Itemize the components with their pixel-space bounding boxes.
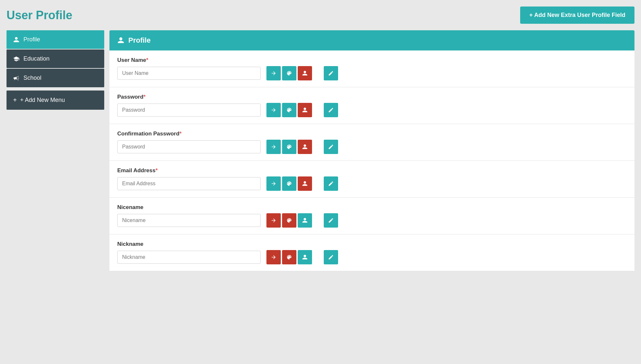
- email-palette-btn[interactable]: [282, 176, 296, 191]
- required-star-email: *: [155, 167, 158, 174]
- palette-icon-5: [286, 217, 292, 223]
- sidebar-label-profile: Profile: [23, 36, 40, 43]
- panel-header: Profile: [109, 30, 634, 50]
- user-btn-icon: [302, 70, 308, 76]
- field-label-username: User Name*: [117, 57, 627, 63]
- add-menu-icon: +: [13, 96, 17, 104]
- edit-icon-5: [328, 217, 334, 223]
- confirm-palette-btn[interactable]: [282, 140, 296, 154]
- password-palette-btn[interactable]: [282, 103, 296, 117]
- user-btn-icon-3: [302, 144, 308, 150]
- field-controls-nickname: [117, 250, 627, 264]
- password-input[interactable]: [117, 104, 261, 117]
- add-new-menu-button[interactable]: + + Add New Menu: [7, 91, 104, 110]
- btn-group-confirm-password: [266, 140, 312, 154]
- field-label-nickname: Nickname: [117, 241, 627, 247]
- megaphone-icon: [13, 75, 20, 81]
- nicename-arrow-btn[interactable]: [266, 213, 281, 228]
- username-input[interactable]: [117, 67, 261, 80]
- email-user-btn[interactable]: [298, 176, 312, 191]
- field-label-email: Email Address*: [117, 167, 627, 174]
- user-btn-icon-6: [302, 254, 308, 260]
- user-btn-icon-4: [302, 181, 308, 187]
- palette-icon-6: [286, 254, 292, 260]
- nicename-edit-btn[interactable]: [324, 213, 338, 228]
- add-menu-label: + Add New Menu: [20, 97, 65, 104]
- field-row-password: Password*: [109, 87, 634, 124]
- page-header: User Profile + Add New Extra User Profil…: [7, 7, 634, 24]
- confirm-arrow-btn[interactable]: [266, 140, 281, 154]
- field-row-email: Email Address*: [109, 161, 634, 198]
- confirm-user-btn[interactable]: [298, 140, 312, 154]
- page-title: User Profile: [7, 8, 72, 22]
- email-arrow-btn[interactable]: [266, 176, 281, 191]
- nickname-edit-btn[interactable]: [324, 250, 338, 264]
- field-controls-password: [117, 103, 627, 117]
- btn-group-username: [266, 66, 312, 80]
- username-user-btn[interactable]: [298, 66, 312, 80]
- password-arrow-btn[interactable]: [266, 103, 281, 117]
- main-layout: Profile Education School + + Add New Men…: [7, 30, 634, 271]
- field-label-nicename: Nicename: [117, 204, 627, 211]
- username-edit-btn[interactable]: [324, 66, 338, 80]
- field-row-confirm-password: Confirmation Password*: [109, 124, 634, 161]
- balance-icon: [13, 56, 20, 62]
- arrow-right-icon-4: [271, 181, 277, 187]
- field-row-nicename: Nicename: [109, 198, 634, 234]
- edit-icon: [328, 70, 334, 76]
- user-btn-icon-2: [302, 107, 308, 113]
- nicename-palette-btn[interactable]: [282, 213, 296, 228]
- nickname-palette-btn[interactable]: [282, 250, 296, 264]
- field-controls-nicename: [117, 213, 627, 228]
- palette-icon: [286, 70, 292, 76]
- sidebar-item-school[interactable]: School: [7, 69, 104, 87]
- btn-group-nickname: [266, 250, 312, 264]
- field-row-nickname: Nickname: [109, 234, 634, 271]
- palette-icon-3: [286, 144, 292, 150]
- email-input[interactable]: [117, 177, 261, 190]
- confirm-edit-btn[interactable]: [324, 140, 338, 154]
- field-controls-email: [117, 176, 627, 191]
- panel-header-icon: [117, 37, 124, 44]
- nicename-user-btn[interactable]: [298, 213, 312, 228]
- arrow-right-icon-5: [271, 217, 277, 223]
- nicename-input[interactable]: [117, 214, 261, 227]
- password-edit-btn[interactable]: [324, 103, 338, 117]
- required-star-confirm: *: [179, 131, 182, 137]
- palette-icon-2: [286, 107, 292, 113]
- user-icon: [13, 36, 20, 43]
- password-user-btn[interactable]: [298, 103, 312, 117]
- nickname-input[interactable]: [117, 251, 261, 264]
- edit-icon-6: [328, 254, 334, 260]
- arrow-right-icon-2: [271, 107, 277, 113]
- field-controls-confirm-password: [117, 140, 627, 154]
- required-star-username: *: [146, 57, 149, 63]
- edit-icon-2: [328, 107, 334, 113]
- arrow-right-icon: [271, 70, 277, 76]
- add-new-field-button[interactable]: + Add New Extra User Profile Field: [520, 7, 634, 24]
- content-panel: Profile User Name*: [109, 30, 634, 271]
- username-palette-btn[interactable]: [282, 66, 296, 80]
- sidebar-item-profile[interactable]: Profile: [7, 30, 104, 49]
- field-label-password: Password*: [117, 94, 627, 100]
- nickname-user-btn[interactable]: [298, 250, 312, 264]
- sidebar-label-education: Education: [23, 55, 50, 62]
- email-edit-btn[interactable]: [324, 176, 338, 191]
- arrow-right-icon-3: [271, 144, 277, 150]
- nickname-arrow-btn[interactable]: [266, 250, 281, 264]
- sidebar-label-school: School: [23, 75, 41, 81]
- sidebar-item-education[interactable]: Education: [7, 49, 104, 68]
- palette-icon-4: [286, 181, 292, 187]
- field-row-username: User Name*: [109, 50, 634, 87]
- panel-header-label: Profile: [128, 36, 150, 45]
- field-controls-username: [117, 66, 627, 80]
- btn-group-nicename: [266, 213, 312, 228]
- user-btn-icon-5: [302, 217, 308, 223]
- edit-icon-4: [328, 181, 334, 187]
- btn-group-email: [266, 176, 312, 191]
- arrow-right-icon-6: [271, 254, 277, 260]
- username-arrow-btn[interactable]: [266, 66, 281, 80]
- btn-group-password: [266, 103, 312, 117]
- confirm-password-input[interactable]: [117, 140, 261, 153]
- sidebar: Profile Education School + + Add New Men…: [7, 30, 104, 110]
